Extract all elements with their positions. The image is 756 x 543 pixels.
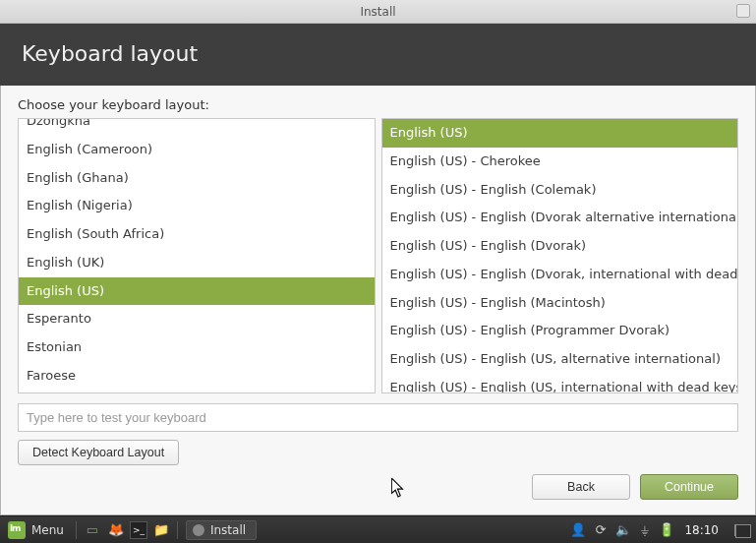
network-icon[interactable]: ⏚: [641, 522, 649, 537]
list-item[interactable]: English (US): [382, 119, 738, 148]
close-icon[interactable]: [736, 4, 750, 18]
clock[interactable]: 18:10: [684, 523, 719, 537]
task-icon: [193, 524, 204, 536]
list-item[interactable]: Filipino: [19, 391, 375, 393]
show-desktop-icon[interactable]: ▭: [83, 521, 102, 539]
menu-label: Menu: [31, 523, 64, 537]
firefox-icon[interactable]: 🦊: [106, 521, 126, 539]
list-item[interactable]: English (South Africa): [19, 220, 375, 249]
list-item[interactable]: English (US) - English (Macintosh): [382, 289, 738, 318]
system-tray: 👤 ⟳ 🔈 ⏚ 🔋 18:10: [570, 522, 757, 537]
prompt-label: Choose your keyboard layout:: [18, 97, 738, 112]
list-item[interactable]: Esperanto: [19, 305, 375, 333]
files-icon[interactable]: 📁: [151, 521, 171, 539]
battery-icon[interactable]: 🔋: [659, 522, 674, 537]
page-header: Keyboard layout: [0, 24, 756, 86]
back-button[interactable]: Back: [532, 474, 630, 500]
list-item[interactable]: English (Cameroon): [19, 136, 375, 164]
page-body: Choose your keyboard layout: DzongkhaEng…: [0, 86, 756, 465]
installer-window: Install Keyboard layout Choose your keyb…: [0, 0, 756, 515]
list-item[interactable]: English (Nigeria): [19, 192, 375, 220]
keyboard-test-input[interactable]: [18, 403, 738, 432]
list-item[interactable]: English (US) - English (US, alternative …: [382, 345, 738, 374]
taskbar: Menu ▭ 🦊 >_ 📁 Install 👤 ⟳ 🔈 ⏚ 🔋 18:10: [0, 515, 756, 543]
footer-buttons: Back Continue: [532, 474, 738, 500]
terminal-icon[interactable]: >_: [130, 521, 147, 539]
divider: [76, 521, 77, 539]
page-title: Keyboard layout: [22, 41, 734, 66]
mint-logo-icon: [8, 521, 26, 539]
test-row: [18, 403, 738, 432]
list-item[interactable]: English (UK): [19, 249, 375, 277]
list-item[interactable]: English (US): [19, 277, 375, 306]
sound-icon[interactable]: 🔈: [615, 522, 631, 537]
list-item[interactable]: English (US) - English (Dvorak alternati…: [382, 204, 738, 232]
detect-layout-button[interactable]: Detect Keyboard Layout: [18, 440, 179, 465]
list-item[interactable]: Estonian: [19, 333, 375, 362]
list-item[interactable]: English (US) - English (Dvorak): [382, 232, 738, 261]
desktop: Install Keyboard layout Choose your keyb…: [0, 0, 756, 543]
variant-listbox[interactable]: English (US)English (US) - CherokeeEngli…: [381, 118, 739, 393]
user-icon[interactable]: 👤: [570, 522, 586, 537]
list-item[interactable]: English (US) - English (Dvorak, internat…: [382, 261, 738, 289]
list-item[interactable]: Dzongkha: [19, 119, 375, 136]
divider: [177, 521, 178, 539]
titlebar[interactable]: Install: [0, 0, 756, 24]
cursor-icon: [391, 478, 405, 498]
list-item[interactable]: English (Ghana): [19, 164, 375, 193]
list-item[interactable]: English (US) - Cherokee: [382, 148, 738, 176]
language-listbox[interactable]: DzongkhaEnglish (Cameroon)English (Ghana…: [18, 118, 376, 393]
list-item[interactable]: Faroese: [19, 362, 375, 391]
task-install[interactable]: Install: [186, 520, 257, 540]
workspace-switcher-icon[interactable]: [734, 524, 748, 536]
keyboard-lists: DzongkhaEnglish (Cameroon)English (Ghana…: [18, 118, 738, 393]
list-item[interactable]: English (US) - English (US, internationa…: [382, 374, 738, 392]
menu-button[interactable]: Menu: [0, 516, 72, 543]
list-item[interactable]: English (US) - English (Colemak): [382, 176, 738, 205]
task-label: Install: [210, 523, 246, 537]
updates-icon[interactable]: ⟳: [596, 522, 607, 537]
window-title: Install: [360, 5, 395, 19]
list-item[interactable]: English (US) - English (Programmer Dvora…: [382, 317, 738, 345]
detect-row: Detect Keyboard Layout: [18, 440, 738, 465]
continue-button[interactable]: Continue: [640, 474, 738, 500]
